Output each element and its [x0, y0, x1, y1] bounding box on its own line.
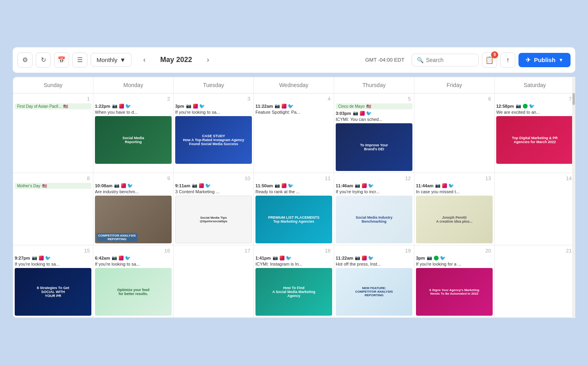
camera-icon-15: 📷 — [32, 255, 37, 260]
platform-icons-7: 🐦 — [523, 103, 535, 109]
calendar-button[interactable]: 📅 — [54, 52, 69, 68]
day-4[interactable]: 4 11:22am 📷 🐦 Feature Spotlight: Pa... — [254, 93, 334, 173]
holiday-asian-pacific: First Day of Asian Pacif...🇺🇸 — [15, 103, 91, 109]
post-image-7: Top Digital Marketing & PRAgencies for M… — [496, 116, 573, 164]
header-wednesday: Wednesday — [254, 77, 334, 93]
day-21[interactable]: 21 — [495, 245, 575, 318]
post-time-16: 6:42am 📷 🐦 — [95, 255, 172, 261]
day-16[interactable]: 16 6:42am 📷 🐦 If you're looking to sa...… — [93, 245, 174, 318]
day-9[interactable]: 9 10:08am 📷 🐦 Are industry benchm... COM… — [93, 173, 174, 245]
day-8[interactable]: 8 Mother's Day🇺🇸 — [13, 173, 93, 245]
day-17[interactable]: 17 — [174, 245, 254, 318]
search-box: 🔍 — [412, 54, 479, 66]
post-time-7: 12:58pm 📷 🐦 — [496, 103, 573, 109]
post-time-2: 1:22pm 📷 🐦 — [95, 103, 172, 109]
month-title: May 2022 — [152, 56, 200, 64]
day-1[interactable]: 1 First Day of Asian Pacif...🇺🇸 — [13, 93, 93, 173]
share-button[interactable]: ↑ — [500, 52, 515, 68]
day-11[interactable]: 11 11:50am 📷 🐦 Ready to rank at the ... … — [254, 173, 334, 245]
day-number-9: 9 — [95, 175, 172, 183]
day-19[interactable]: 19 11:22am 📷 🐦 Hot off the press, Inst..… — [334, 245, 414, 318]
holiday-cinco-de-mayo: Cinco de Mayo🇺🇸 — [336, 103, 412, 109]
publish-button[interactable]: ✈ Publish ▼ — [518, 53, 571, 67]
day-number-6: 6 — [416, 95, 493, 103]
day-number-18: 18 — [255, 247, 332, 255]
settings-button[interactable]: ⚙ — [17, 52, 33, 68]
day-18[interactable]: 18 1:41pm 📷 🐦 ICYMI: Instagram is In... … — [254, 245, 334, 318]
scrollbar-track[interactable] — [572, 77, 575, 318]
header-thursday: Thursday — [334, 77, 414, 93]
chevron-down-icon: ▼ — [120, 56, 126, 63]
header-saturday: Saturday — [495, 77, 575, 93]
platform-icons-2: 🐦 — [119, 103, 131, 109]
week-3: 15 9:27pm 📷 🐦 If you're looking to sa...… — [13, 245, 575, 318]
platform-icons-20: 🐦 — [434, 255, 446, 261]
day-20[interactable]: 20 3pm 📷 🐦 If you're looking for a ... 6… — [414, 245, 495, 318]
app-container: ⚙ ↻ 📅 ☰ Monthly ▼ ‹ May 2022 › GMT -04:0… — [8, 43, 580, 323]
post-title-9: Are industry benchm... — [95, 189, 172, 194]
platform-icons-11: 🐦 — [282, 183, 294, 188]
day-number-15: 15 — [15, 247, 91, 255]
refresh-button[interactable]: ↻ — [36, 52, 51, 68]
post-title-16: If you're looking to sa... — [95, 262, 172, 266]
platform-icons-18: 🐦 — [280, 255, 292, 261]
post-image-19: NEW FEATURE:COMPETITOR ANALYSISREPORTING — [336, 268, 412, 316]
monthly-dropdown[interactable]: Monthly ▼ — [91, 53, 132, 67]
day-number-4: 4 — [255, 95, 332, 103]
day-3[interactable]: 3 3pm 📷 🐦 If you're looking to sa... CAS… — [174, 93, 254, 173]
day-13[interactable]: 13 11:44am 📷 🐦 In case you missed t... J… — [414, 173, 495, 245]
inbox-button[interactable]: 📋 9 — [482, 52, 497, 68]
monthly-label: Monthly — [97, 56, 118, 63]
day-6[interactable]: 6 — [414, 93, 495, 173]
header-monday: Monday — [93, 77, 174, 93]
post-time-20: 3pm 📷 🐦 — [416, 255, 493, 261]
search-icon: 🔍 — [417, 57, 424, 63]
camera-icon-9: 📷 — [114, 183, 120, 188]
day-12[interactable]: 12 11:46am 📷 🐦 If you're trying to incr.… — [334, 173, 414, 245]
post-title-11: Ready to rank at the ... — [255, 189, 332, 194]
platform-icons-16: 🐦 — [119, 255, 131, 261]
camera-icon-11: 📷 — [275, 183, 280, 188]
day-number-16: 16 — [95, 247, 172, 255]
month-nav: ‹ May 2022 › — [138, 54, 214, 66]
list-button[interactable]: ☰ — [72, 52, 87, 68]
day-2[interactable]: 2 1:22pm 📷 🐦 When you have to d... Socia… — [93, 93, 174, 173]
day-number-21: 21 — [496, 247, 573, 255]
day-15[interactable]: 15 9:27pm 📷 🐦 If you're looking to sa...… — [13, 245, 93, 318]
platform-icons-3: 🐦 — [193, 103, 205, 109]
day-5[interactable]: 5 Cinco de Mayo🇺🇸 3:03pm 📷 🐦 ICYMI: You … — [334, 93, 414, 173]
post-image-12: Social Media IndustryBenchmarking — [336, 196, 412, 243]
post-title-7: We are excited to an... — [496, 110, 573, 115]
post-image-16: Optimize your feedfor better results. — [95, 268, 172, 316]
post-title-18: ICYMI: Instagram is In... — [255, 262, 332, 266]
header-sunday: Sunday — [13, 77, 93, 93]
platform-icons-4: 🐦 — [282, 103, 294, 109]
day-number-11: 11 — [255, 175, 332, 183]
camera-icon-5: 📷 — [353, 111, 358, 116]
scrollbar-thumb[interactable] — [573, 93, 575, 105]
day-14[interactable]: 14 — [495, 173, 575, 245]
day-number-8: 8 — [15, 175, 91, 183]
day-10[interactable]: 10 9:11am 📷 🐦 3 Content Marketing ... So… — [174, 173, 254, 245]
platform-icons-13: 🐦 — [442, 183, 454, 188]
platform-icons-15: 🐦 — [39, 255, 51, 261]
post-title-12: If you're trying to incr... — [336, 189, 412, 194]
day-7[interactable]: 7 12:58pm 📷 🐦 We are excited to an... To… — [495, 93, 575, 173]
post-title-10: 3 Content Marketing ... — [175, 189, 252, 194]
day-number-13: 13 — [416, 175, 493, 183]
day-number-19: 19 — [336, 247, 412, 255]
post-image-5: To Improve YourBrand's DEI — [336, 123, 412, 171]
post-time-3: 3pm 📷 🐦 — [175, 103, 252, 109]
search-input[interactable] — [426, 57, 474, 63]
post-image-13: Joseph PerettiA creative idea plus... — [416, 196, 493, 243]
post-image-3: CASE STUDYHow A Top-Rated Instagram Agen… — [175, 116, 252, 164]
day-number-17: 17 — [175, 247, 252, 255]
platform-icons-12: 🐦 — [362, 183, 374, 188]
post-image-10: Social Media Tips@tipsforsocialtips — [175, 196, 252, 243]
post-time-12: 11:46am 📷 🐦 — [336, 183, 412, 188]
platform-icons-5: 🐦 — [360, 111, 372, 116]
prev-month-button[interactable]: ‹ — [138, 54, 151, 66]
camera-icon-4: 📷 — [275, 103, 280, 109]
camera-icon-10: 📷 — [192, 183, 197, 188]
next-month-button[interactable]: › — [201, 54, 214, 66]
